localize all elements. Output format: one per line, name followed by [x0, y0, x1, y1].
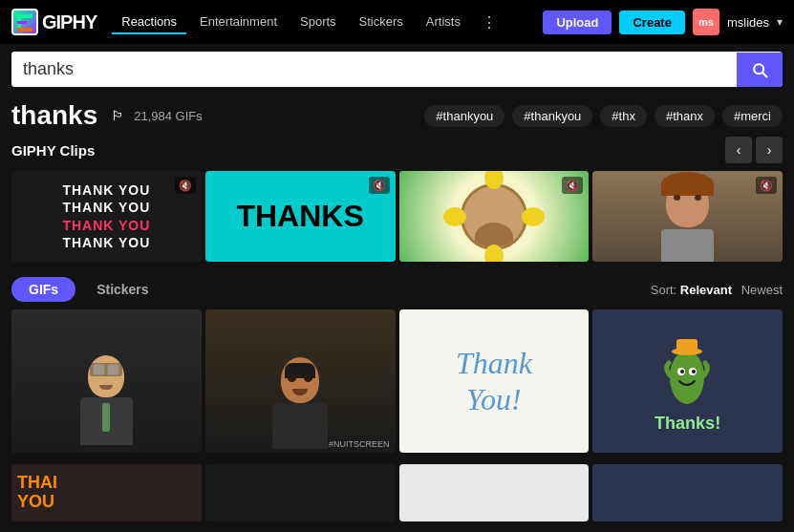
- chevron-down-icon[interactable]: ▾: [777, 15, 783, 29]
- nav-entertainment[interactable]: Entertainment: [190, 11, 287, 34]
- pickle-icon: [661, 330, 714, 406]
- username[interactable]: mslides: [727, 15, 769, 30]
- dog-flower-clip: [399, 171, 590, 262]
- clips-next-button[interactable]: ›: [756, 137, 783, 163]
- nav-actions: Upload Create ms mslides ▾: [543, 9, 783, 35]
- partial-text-you: YOU: [17, 493, 54, 512]
- clip1-line4: THANK YOU: [62, 234, 150, 251]
- volume-icon-2: 🔇: [369, 177, 390, 194]
- clips-section: GIPHY Clips ‹ › THANK YOU THANK YOU THAN…: [0, 137, 794, 269]
- navbar: GIPHY Reactions Entertainment Sports Sti…: [0, 0, 794, 44]
- hashtag-thanx[interactable]: #thanx: [655, 105, 715, 127]
- results-title: thanks: [11, 100, 97, 131]
- search-bar: [11, 52, 783, 87]
- results-header: thanks 🏳 21,984 GIFs #thankyou #thankyou…: [0, 95, 794, 137]
- sort-relevant[interactable]: Relevant: [680, 283, 732, 297]
- hashtags: #thankyou #thankyou #thx #thanx #merci: [424, 105, 783, 127]
- upload-button[interactable]: Upload: [543, 11, 612, 34]
- clips-grid: THANK YOU THANK YOU THANK YOU THANK YOU …: [11, 171, 783, 262]
- results-count: 21,984 GIFs: [134, 109, 203, 123]
- clips-title: GIPHY Clips: [11, 142, 95, 159]
- volume-icon-4: 🔇: [756, 177, 777, 194]
- search-button[interactable]: [737, 53, 783, 87]
- partial-gif-1: THAI YOU: [11, 464, 202, 521]
- svg-rect-3: [17, 28, 32, 32]
- logo-text: GIPHY: [42, 11, 97, 33]
- sort-row: Sort: Relevant Newest: [651, 283, 783, 297]
- clips-prev-button[interactable]: ‹: [725, 137, 752, 163]
- svg-rect-10: [676, 339, 697, 352]
- logo-icon: [11, 9, 38, 35]
- gif-thumb-office: [11, 309, 202, 453]
- gif-thumb-man: #NUITSCREEN: [205, 309, 396, 453]
- nav-artists[interactable]: Artists: [417, 11, 470, 34]
- search-icon: [750, 60, 769, 79]
- svg-rect-2: [17, 21, 27, 24]
- hashtag-merci[interactable]: #merci: [722, 105, 783, 127]
- gif-bottom-4[interactable]: [592, 464, 783, 521]
- create-button[interactable]: Create: [619, 11, 684, 34]
- clip1-line1: THANK YOU: [62, 181, 150, 199]
- tabs-row: GIFs Stickers Sort: Relevant Newest: [0, 269, 794, 309]
- logo[interactable]: GIPHY: [11, 9, 97, 35]
- clip-item-4[interactable]: 🔇: [592, 171, 783, 262]
- sort-newest[interactable]: Newest: [741, 283, 783, 297]
- clip-item-2[interactable]: THANKS 🔇: [205, 171, 396, 262]
- clips-nav: ‹ ›: [725, 137, 783, 163]
- svg-rect-1: [17, 14, 32, 18]
- gif-bottom-1[interactable]: THAI YOU: [11, 464, 202, 521]
- woman-clip: [592, 171, 783, 262]
- hashtag-thankyou[interactable]: #thankyou: [424, 105, 504, 127]
- gif-item-4[interactable]: Thanks!: [592, 309, 783, 453]
- nav-links: Reactions Entertainment Sports Stickers …: [112, 10, 535, 35]
- gif-item-1[interactable]: [11, 309, 202, 453]
- nav-reactions[interactable]: Reactions: [112, 11, 186, 34]
- results-flag: 🏳: [111, 108, 124, 123]
- gif-bottom-2[interactable]: [205, 464, 396, 521]
- gif-bottom-row: THAI YOU: [0, 464, 794, 521]
- svg-point-7: [680, 370, 684, 373]
- nav-sports[interactable]: Sports: [290, 11, 346, 34]
- sort-label: Sort:: [651, 283, 680, 297]
- clip1-line3: THANK YOU: [62, 217, 150, 234]
- gif-source-text: #NUITSCREEN: [329, 439, 390, 449]
- nav-stickers[interactable]: Stickers: [350, 11, 413, 34]
- gif-item-2[interactable]: #NUITSCREEN: [205, 309, 396, 453]
- partial-text-thai: THAI: [17, 474, 57, 493]
- svg-point-4: [670, 351, 704, 404]
- hashtag-thx[interactable]: #thx: [600, 105, 647, 127]
- clip2-text: THANKS: [236, 199, 363, 234]
- clips-header: GIPHY Clips ‹ ›: [11, 137, 783, 163]
- pickle-thanks-text: Thanks!: [655, 414, 720, 434]
- tabs: GIFs Stickers: [11, 277, 166, 302]
- volume-icon-3: 🔇: [562, 177, 583, 194]
- search-input[interactable]: [11, 52, 737, 87]
- gif-item-3[interactable]: ThankYou!: [399, 309, 590, 453]
- hashtag-thankyou2[interactable]: #thankyou: [512, 105, 592, 127]
- nav-more-icon[interactable]: ⋮: [474, 10, 504, 35]
- thankyou-card-text: ThankYou!: [456, 345, 532, 418]
- gif-grid: #NUITSCREEN ThankYou!: [0, 309, 794, 464]
- tab-gifs[interactable]: GIFs: [11, 277, 75, 302]
- clip-item-1[interactable]: THANK YOU THANK YOU THANK YOU THANK YOU …: [11, 171, 202, 262]
- tab-stickers[interactable]: Stickers: [79, 277, 165, 302]
- clip1-line2: THANK YOU: [62, 199, 150, 216]
- gif-bottom-3[interactable]: [399, 464, 590, 521]
- clip-item-3[interactable]: 🔇: [399, 171, 590, 262]
- volume-icon-1: 🔇: [175, 177, 196, 194]
- avatar[interactable]: ms: [693, 9, 719, 35]
- svg-point-8: [692, 370, 696, 373]
